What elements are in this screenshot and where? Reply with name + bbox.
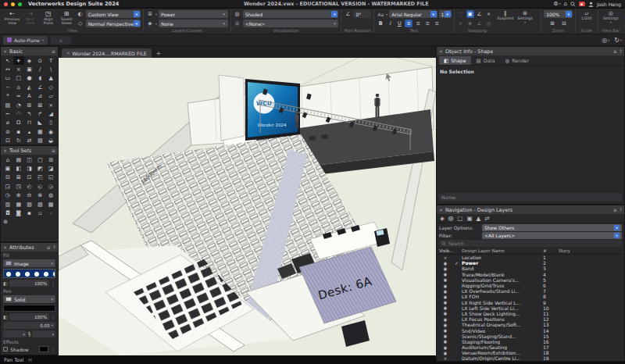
tool-set-icon[interactable]: ◘	[2, 209, 13, 217]
close-icon[interactable]: ×	[3, 244, 7, 250]
tool-set-icon[interactable]: ◧	[13, 164, 24, 173]
layer-name[interactable]: Datum/Origin/Centre Li...	[462, 355, 543, 361]
layer-visibility-icon[interactable]: ◉	[439, 323, 452, 327]
viewport-canvas[interactable]: WCU Wonder 2024	[59, 58, 436, 355]
current-view-dropdown[interactable]: Custom View▾	[86, 10, 141, 18]
nav-tab-sheet-layers-icon[interactable]: ▢	[457, 215, 462, 222]
flyover-tool-icon[interactable]: ↻▾	[614, 37, 622, 44]
layer-name[interactable]: Trace/Model/Blank	[462, 272, 543, 277]
layer-visibility-icon[interactable]: ◉	[439, 300, 452, 305]
filter-dropdown[interactable]: <All Layers>▾	[482, 232, 622, 239]
layer-name[interactable]: LX FOH	[462, 294, 543, 299]
close-icon[interactable]: ×	[439, 207, 443, 212]
tool-set-icon[interactable]: ▣	[2, 164, 13, 173]
layer-search-input[interactable]	[448, 241, 620, 246]
window-minimize-button[interactable]	[11, 2, 15, 6]
mode-option-button[interactable]: ≡	[51, 36, 71, 45]
layer-row[interactable]: ◉ LX Focus Positions 12	[437, 316, 624, 322]
saved-views-button[interactable]: ⊞Saved Views	[58, 10, 74, 27]
pen-color-swatch[interactable]	[3, 305, 55, 312]
object-info-titlebar[interactable]: × Object Info - Shape ≡?	[437, 47, 624, 55]
layer-name[interactable]: Auditorium/Seating	[462, 344, 543, 350]
nav-tab-design-layers-icon[interactable]: ◎	[448, 215, 454, 222]
italic-button[interactable]: I	[386, 20, 394, 27]
more-icon[interactable]: ⋮	[51, 280, 55, 286]
snap-tangent-button[interactable]: ◎	[485, 20, 493, 27]
basic-palette-titlebar[interactable]: × Basic ≡	[1, 47, 58, 55]
fit-to-objects-button[interactable]: ⊞	[548, 20, 556, 27]
active-layer-dropdown[interactable]: Power▾	[159, 10, 228, 18]
layer-row[interactable]: ◉ LX Show Deck Lighting... 11	[437, 311, 624, 316]
basic-tool-icon[interactable]: ▯	[45, 119, 56, 127]
layer-name[interactable]: Venue/Room/Exhibition...	[462, 350, 543, 355]
pen-type-dropdown[interactable]: Solid▾	[3, 295, 55, 303]
menu-icon[interactable]: ≡	[47, 244, 51, 250]
tool-set-icon[interactable]: ◶	[45, 182, 56, 191]
new-tab-button[interactable]: +	[154, 50, 164, 58]
tool-set-icon[interactable]: ▩	[45, 200, 56, 209]
basic-tool-icon[interactable]: /	[34, 65, 45, 73]
basic-tool-icon[interactable]: ▲	[45, 74, 56, 83]
close-icon[interactable]: ×	[439, 48, 443, 54]
shadow-color-swatch[interactable]	[39, 346, 48, 352]
tool-set-icon[interactable]: ◫	[24, 155, 35, 164]
layer-name[interactable]: LX Overheads/Stand Li...	[462, 288, 543, 294]
fill-image-preview[interactable]	[3, 269, 55, 278]
attributes-palette-titlebar[interactable]: × Attributes ≡?	[1, 243, 58, 252]
line-weight-dropdown[interactable]: 0.05▾	[3, 322, 55, 329]
layer-visibility-icon[interactable]: ◉	[439, 317, 452, 322]
bold-button[interactable]: B	[377, 20, 384, 27]
nav-tab-classes-icon[interactable]: ◈	[440, 215, 445, 222]
basic-tool-icon[interactable]: ⌀	[2, 119, 13, 127]
layer-name[interactable]: Staging/Flooring	[462, 339, 543, 344]
basic-tool-icon[interactable]: ⊿	[34, 92, 45, 101]
basic-tool-icon[interactable]: ◠	[13, 109, 24, 118]
tool-set-icon[interactable]: ▫	[34, 209, 45, 217]
help-icon[interactable]: ?	[620, 48, 622, 54]
tool-sets-gear-icon[interactable]: ⊛	[1, 219, 58, 227]
basic-tool-icon[interactable]: ⇄	[24, 137, 35, 145]
tool-set-icon[interactable]: ⊡	[24, 173, 35, 182]
help-icon[interactable]: ?	[620, 207, 622, 212]
basic-tool-icon[interactable]: ↖	[2, 56, 13, 65]
layer-visibility-icon[interactable]: ×	[439, 255, 452, 260]
window-close-button[interactable]	[4, 2, 8, 6]
active-class-dropdown[interactable]: None▾	[159, 20, 228, 27]
document-tab[interactable]: × Wonder 2024....RMARKED FILE	[62, 48, 152, 58]
layer-search-field[interactable]	[439, 240, 622, 247]
tool-set-icon[interactable]: ◍	[45, 191, 56, 200]
basic-tool-icon[interactable]: ⊘	[2, 127, 13, 136]
basic-tool-icon[interactable]: ◈	[24, 56, 35, 65]
align-plane-button[interactable]: ◳Align Plane	[40, 10, 56, 27]
tool-set-icon[interactable]: ◙	[13, 209, 24, 217]
tool-set-icon[interactable]: ◪	[45, 164, 56, 173]
basic-tool-icon[interactable]: ▱	[45, 92, 56, 101]
basic-tool-icon[interactable]: ⊞	[24, 101, 35, 109]
pen-opacity-slider[interactable]: 100%	[9, 313, 49, 320]
basic-tool-icon[interactable]: ⊙	[34, 56, 45, 65]
tool-set-icon[interactable]: ◳	[13, 182, 24, 191]
camera-icon[interactable]: ▣	[234, 20, 241, 27]
basic-tool-icon[interactable]: \	[45, 65, 56, 73]
layer-name[interactable]: Location	[462, 255, 543, 260]
layer-visibility-icon[interactable]: ◉	[439, 328, 452, 333]
layer-row[interactable]: ◉ LX FOH 8	[437, 294, 624, 299]
snap-grid-button[interactable]: ⬚	[457, 10, 465, 18]
visibility-tool-icon[interactable]: ◎▾	[602, 37, 609, 44]
tool-set-icon[interactable]: ▢	[34, 155, 45, 164]
basic-tool-icon[interactable]: ◉	[45, 127, 56, 136]
tool-set-icon[interactable]: ◨	[24, 164, 35, 173]
tool-set-icon[interactable]: ▦	[13, 200, 24, 209]
layer-row[interactable]: ◉ Visualisation Camera's... 5	[437, 277, 624, 283]
tool-set-icon[interactable]: ◵	[34, 182, 45, 191]
tool-set-icon[interactable]: ⊖	[24, 191, 35, 200]
layer-name[interactable]: Visualisation Camera's...	[462, 277, 543, 283]
help-icon[interactable]: ?	[53, 244, 55, 250]
layer-name[interactable]: LX Focus Positions	[462, 316, 543, 322]
render-mode-icon[interactable]: ◍	[234, 11, 241, 17]
menu-icon[interactable]: ≡	[613, 207, 617, 212]
basic-tool-icon[interactable]: ▢	[13, 74, 24, 83]
snapping-suspend-button[interactable]: ‖ Suspend	[498, 10, 514, 28]
tool-set-icon[interactable]: ▧	[24, 200, 35, 209]
close-icon[interactable]: ×	[3, 48, 7, 54]
